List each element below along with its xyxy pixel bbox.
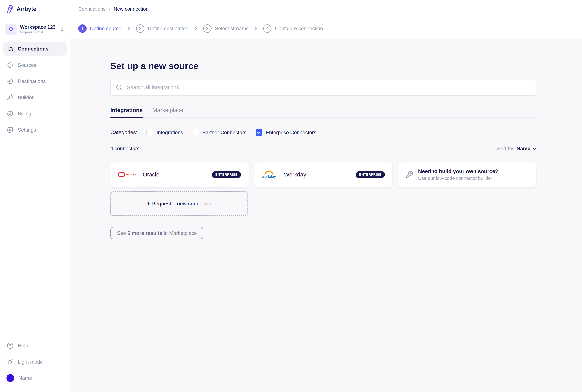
sidebar-item-builder[interactable]: Builder <box>3 91 67 104</box>
chevron-right-icon <box>254 26 258 31</box>
step-configure-connection[interactable]: 4 Configure connection <box>263 24 323 33</box>
connector-grid: ORACLE Oracle ENTERPRISE workday. Workda… <box>110 162 536 187</box>
sidebar: Airbyte O Workspace 123 Organization A <box>0 0 70 392</box>
tabs: Integrations Marketplace <box>110 107 536 118</box>
workspace-org: Organization A <box>20 30 56 34</box>
step-label: Define destination <box>148 26 188 32</box>
brand-logo[interactable]: Airbyte <box>0 0 70 18</box>
search-input[interactable] <box>126 84 531 91</box>
breadcrumb-current: New connection <box>114 6 148 12</box>
destination-in-icon <box>7 78 14 84</box>
airbyte-logo-icon <box>5 4 14 14</box>
sidebar-footer: Help Light mode Name <box>0 339 70 392</box>
user-avatar <box>6 374 14 382</box>
connector-card-workday[interactable]: workday. Workday ENTERPRISE <box>254 162 392 187</box>
request-new-connector-button[interactable]: + Request a new connector <box>110 192 248 216</box>
sidebar-item-label: Builder <box>18 94 34 100</box>
sort-dropdown[interactable]: Sort by: Name <box>497 146 536 152</box>
search-bar <box>110 79 536 96</box>
content-area: Set up a new source Integrations Marketp… <box>70 39 582 392</box>
step-number: 1 <box>78 24 87 33</box>
category-checkbox-integrations[interactable]: Integrations <box>146 129 183 136</box>
step-label: Define source <box>90 26 122 32</box>
step-number: 3 <box>203 24 212 33</box>
page-title: Set up a new source <box>110 60 536 71</box>
connector-name: Oracle <box>143 171 160 178</box>
checkbox-icon <box>192 129 199 136</box>
workday-logo: workday. <box>262 170 278 179</box>
sidebar-item-label: Billing <box>18 111 31 117</box>
wrench-icon <box>7 94 14 101</box>
step-select-streams[interactable]: 3 Select streams <box>203 24 248 33</box>
checkbox-checked-icon <box>256 129 262 136</box>
step-number: 4 <box>263 24 272 33</box>
breadcrumb-connections-link[interactable]: Connections <box>78 6 106 12</box>
builder-card-title: Need to build your own source? <box>418 168 498 174</box>
connector-name: Workday <box>284 171 306 178</box>
build-your-own-source-card[interactable]: Need to build your own source? Use our l… <box>398 162 536 187</box>
step-label: Select streams <box>215 26 248 32</box>
sidebar-item-connections[interactable]: Connections <box>3 42 67 56</box>
connections-icon <box>7 46 14 52</box>
tab-integrations[interactable]: Integrations <box>110 107 143 118</box>
results-meta-row: 4 connectors Sort by: Name <box>110 146 536 152</box>
sort-value: Name <box>516 146 530 152</box>
theme-toggle[interactable]: Light mode <box>3 355 67 369</box>
sidebar-nav: Connections Sources Dest <box>0 42 70 140</box>
sidebar-item-sources[interactable]: Sources <box>3 58 67 72</box>
category-label: Integrations <box>156 130 183 136</box>
wrench-icon <box>405 170 413 179</box>
sidebar-item-settings[interactable]: Settings <box>3 123 67 137</box>
workspace-name: Workspace 123 <box>20 24 56 30</box>
sidebar-item-label: Destinations <box>18 78 46 84</box>
chevron-down-icon <box>532 147 536 151</box>
workspace-switcher[interactable]: O Workspace 123 Organization A <box>3 22 67 37</box>
chevron-right-icon <box>193 26 198 31</box>
step-number: 2 <box>136 24 144 33</box>
sidebar-item-destinations[interactable]: Destinations <box>3 74 67 88</box>
chevron-right-icon <box>126 26 131 31</box>
search-icon <box>116 84 122 91</box>
user-menu[interactable]: Name <box>3 371 67 385</box>
enterprise-badge: ENTERPRISE <box>356 171 385 178</box>
billing-icon <box>7 110 14 117</box>
sidebar-item-label: Connections <box>18 46 48 52</box>
category-checkbox-enterprise-connectors[interactable]: Enterprise Connectors <box>256 129 316 136</box>
sidebar-item-billing[interactable]: Billing <box>3 107 67 120</box>
theme-label: Light mode <box>18 359 43 365</box>
category-checkbox-partner-connectors[interactable]: Partner Connectors <box>192 129 246 136</box>
breadcrumb: Connections / New connection <box>70 0 582 18</box>
sidebar-item-label: Sources <box>18 62 36 68</box>
help-button[interactable]: Help <box>3 339 67 352</box>
brand-name: Airbyte <box>16 6 36 12</box>
connector-card-oracle[interactable]: ORACLE Oracle ENTERPRISE <box>110 162 248 187</box>
airbyte-app: Airbyte O Workspace 123 Organization A <box>0 0 582 392</box>
step-define-destination[interactable]: 2 Define destination <box>136 24 188 33</box>
oracle-o-mark <box>118 172 125 177</box>
categories-label: Categories: <box>110 130 137 136</box>
workspace-avatar: O <box>5 24 16 35</box>
connector-count: 4 connectors <box>110 146 140 152</box>
category-label: Enterprise Connectors <box>266 130 316 136</box>
builder-card-subtitle: Use our low-code connector builder <box>418 176 498 181</box>
stepper: 1 Define source 2 Define destination 3 S… <box>70 18 582 39</box>
sidebar-item-label: Settings <box>18 127 36 133</box>
sort-label: Sort by: <box>497 146 515 152</box>
checkbox-icon <box>146 129 153 136</box>
step-label: Configure connection <box>275 26 323 32</box>
help-label: Help <box>18 343 28 348</box>
main-column: Connections / New connection 1 Define so… <box>70 0 582 392</box>
sun-icon <box>7 358 14 365</box>
user-name: Name <box>18 375 32 381</box>
enterprise-badge: ENTERPRISE <box>212 171 241 178</box>
oracle-logo: ORACLE <box>118 172 136 177</box>
breadcrumb-separator: / <box>109 6 110 12</box>
category-filters: Categories: Integrations Partner Connect… <box>110 129 536 136</box>
chevron-up-down-icon <box>60 26 64 32</box>
see-more-results-button[interactable]: See 6 more results in Marketplace <box>110 227 204 239</box>
step-define-source[interactable]: 1 Define source <box>78 24 122 33</box>
category-label: Partner Connectors <box>202 130 246 136</box>
help-icon <box>7 342 14 349</box>
source-out-icon <box>7 62 14 68</box>
tab-marketplace[interactable]: Marketplace <box>152 107 183 118</box>
